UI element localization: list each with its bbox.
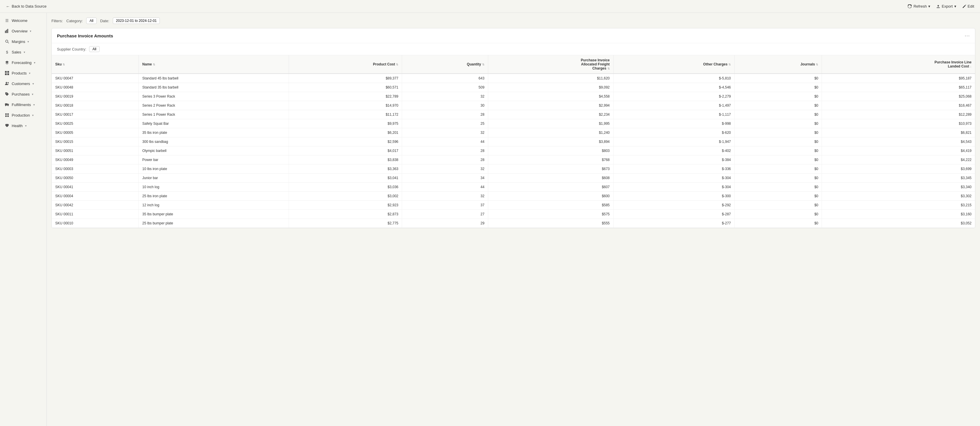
col-landed-cost: Purchase Invoice LineLanded Cost ↓ xyxy=(822,55,975,74)
cell-journals: $0 xyxy=(735,183,822,192)
sort-name-button[interactable]: ⇅ xyxy=(153,63,155,66)
col-product-cost: Product Cost ⇅ xyxy=(289,55,402,74)
cell-name: 10 inch log xyxy=(139,183,289,192)
sort-product-cost-button[interactable]: ⇅ xyxy=(396,63,398,66)
bar-chart-icon xyxy=(5,29,10,33)
sidebar-item-forecasting[interactable]: Forecasting ▾ xyxy=(0,57,46,68)
cell-sku: SKU 00047 xyxy=(52,74,139,83)
cell-other-charges: $-300 xyxy=(613,192,735,201)
cell-product-cost: $22,789 xyxy=(289,92,402,101)
cell-freight: $607 xyxy=(488,183,613,192)
sort-freight-button[interactable]: ⇅ xyxy=(608,67,610,70)
cell-product-cost: $60,571 xyxy=(289,83,402,92)
cell-name: 10 lbs iron plate xyxy=(139,164,289,173)
supplier-label: Supplier Country: xyxy=(57,47,86,51)
chevron-down-icon: ▾ xyxy=(32,114,33,117)
cell-sku: SKU 00005 xyxy=(52,128,139,137)
cell-product-cost: $2,775 xyxy=(289,219,402,228)
cell-other-charges: $-277 xyxy=(613,219,735,228)
sort-quantity-button[interactable]: ⇅ xyxy=(482,63,484,66)
sidebar-label-products: Products xyxy=(12,71,27,75)
cell-quantity: 32 xyxy=(402,128,488,137)
table-row: SKU 00018Series 2 Power Rack$14,97030$2,… xyxy=(52,101,975,110)
cell-other-charges: $-292 xyxy=(613,201,735,210)
table-row: SKU 0000425 lbs iron plate$3,00232$600$-… xyxy=(52,192,975,201)
cell-journals: $0 xyxy=(735,201,822,210)
export-button[interactable]: Export ▾ xyxy=(936,4,956,8)
cell-landed-cost: $10,973 xyxy=(822,119,975,128)
cell-quantity: 32 xyxy=(402,92,488,101)
cell-journals: $0 xyxy=(735,119,822,128)
sidebar-item-purchases[interactable]: Purchases ▾ xyxy=(0,89,46,99)
svg-rect-10 xyxy=(7,73,9,75)
cell-other-charges: $-5,810 xyxy=(613,74,735,83)
magnify-icon xyxy=(5,39,10,44)
col-quantity: Quantity ⇅ xyxy=(402,55,488,74)
sidebar-item-products[interactable]: Products ▾ xyxy=(0,68,46,78)
sidebar-item-welcome[interactable]: ☰ Welcome xyxy=(0,15,46,26)
cell-journals: $0 xyxy=(735,101,822,110)
cell-landed-cost: $3,345 xyxy=(822,173,975,183)
table-row: SKU 00049Power bar$3,83828$768$-384$0$4,… xyxy=(52,156,975,164)
chevron-down-icon: ▾ xyxy=(29,72,30,75)
cell-name: 25 lbs bumper plate xyxy=(139,219,289,228)
sort-other-charges-button[interactable]: ⇅ xyxy=(729,63,731,66)
cell-freight: $3,894 xyxy=(488,137,613,146)
cell-landed-cost: $16,467 xyxy=(822,101,975,110)
refresh-icon xyxy=(908,5,912,8)
cell-name: Olympic barbell xyxy=(139,146,289,156)
svg-rect-8 xyxy=(7,71,9,73)
sort-journals-button[interactable]: ⇅ xyxy=(816,63,818,66)
refresh-chevron: ▾ xyxy=(928,4,930,8)
cell-sku: SKU 00048 xyxy=(52,83,139,92)
sidebar-item-customers[interactable]: Customers ▾ xyxy=(0,78,46,89)
cell-freight: $2,234 xyxy=(488,110,613,119)
sidebar-item-sales[interactable]: $ Sales ▾ xyxy=(0,47,46,57)
sidebar-item-overview[interactable]: Overview ▾ xyxy=(0,26,46,36)
refresh-button[interactable]: Refresh ▾ xyxy=(908,4,930,8)
svg-rect-19 xyxy=(5,115,7,117)
cell-landed-cost: $25,068 xyxy=(822,92,975,101)
category-label: Category: xyxy=(66,19,83,23)
back-to-datasource-link[interactable]: ← Back to Data Source xyxy=(6,4,46,9)
cell-freight: $2,994 xyxy=(488,101,613,110)
dollar-icon: $ xyxy=(5,50,10,54)
edit-label: Edit xyxy=(968,4,974,8)
cell-freight: $4,558 xyxy=(488,92,613,101)
table-row: SKU 00017Series 1 Power Rack$11,17228$2,… xyxy=(52,110,975,119)
cell-journals: $0 xyxy=(735,173,822,183)
cell-other-charges: $-304 xyxy=(613,183,735,192)
table-row: SKU 0004212 inch log$2,92337$585$-292$0$… xyxy=(52,201,975,210)
cell-product-cost: $2,873 xyxy=(289,210,402,219)
table-row: SKU 0000535 lbs iron plate$6,20132$1,240… xyxy=(52,128,975,137)
date-filter[interactable]: 2023-12-01 to 2024-12-01 xyxy=(113,17,160,24)
cell-journals: $0 xyxy=(735,192,822,201)
sort-sku-button[interactable]: ⇅ xyxy=(62,63,65,66)
cell-other-charges: $-402 xyxy=(613,146,735,156)
cell-quantity: 28 xyxy=(402,156,488,164)
cell-quantity: 509 xyxy=(402,83,488,92)
card-menu-button[interactable]: ⋯ xyxy=(964,32,970,39)
cell-sku: SKU 00010 xyxy=(52,219,139,228)
cell-landed-cost: $3,160 xyxy=(822,210,975,219)
cell-journals: $0 xyxy=(735,74,822,83)
supplier-filter[interactable]: All xyxy=(89,46,99,52)
chevron-down-icon: ▾ xyxy=(25,124,27,127)
edit-button[interactable]: Edit xyxy=(962,4,974,8)
grid-icon xyxy=(5,71,10,75)
sidebar-item-margins[interactable]: Margins ▾ xyxy=(0,36,46,47)
table-row: SKU 0001135 lbs bumper plate$2,87327$575… xyxy=(52,210,975,219)
category-filter[interactable]: All xyxy=(86,17,96,24)
cell-sku: SKU 00004 xyxy=(52,192,139,201)
sidebar-item-production[interactable]: Production ▾ xyxy=(0,110,46,120)
sort-landed-cost-button[interactable]: ↓ xyxy=(970,65,972,68)
col-sku: Sku ⇅ xyxy=(52,55,139,74)
cell-quantity: 44 xyxy=(402,137,488,146)
sidebar-item-health[interactable]: Health ▾ xyxy=(0,120,46,131)
cell-quantity: 32 xyxy=(402,164,488,173)
sidebar-item-fulfillments[interactable]: Fulfillments ▾ xyxy=(0,99,46,110)
cell-landed-cost: $4,222 xyxy=(822,156,975,164)
cell-name: Standard 45 lbs barbell xyxy=(139,74,289,83)
cell-quantity: 37 xyxy=(402,201,488,210)
cell-quantity: 643 xyxy=(402,74,488,83)
